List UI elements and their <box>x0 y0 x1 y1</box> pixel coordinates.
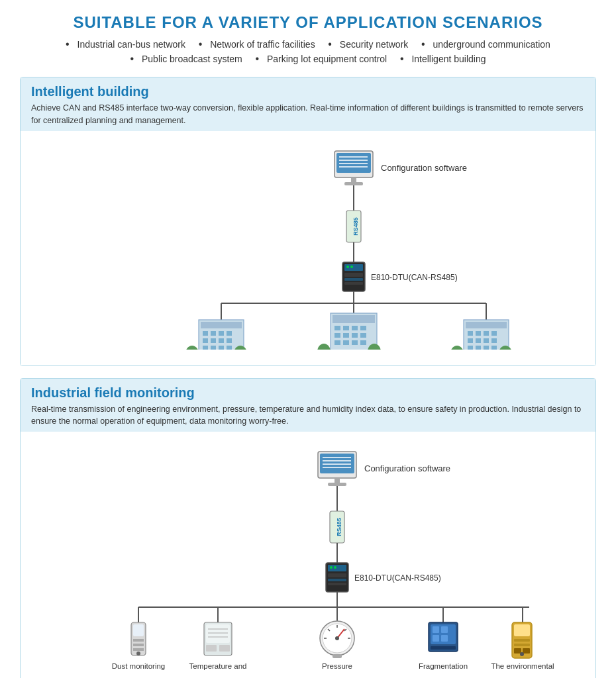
svg-rect-91 <box>328 579 346 581</box>
main-title: SUITABLE FOR A VARIETY OF APPLICATION SC… <box>20 13 596 32</box>
svg-point-37 <box>185 346 199 350</box>
svg-rect-65 <box>468 338 473 343</box>
svg-rect-33 <box>203 346 208 350</box>
device-label-dust: Dust monitoring <box>112 662 166 670</box>
svg-rect-70 <box>476 346 481 350</box>
svg-rect-83 <box>334 478 340 483</box>
svg-rect-106 <box>133 648 144 651</box>
svg-rect-133 <box>514 624 530 636</box>
svg-rect-48 <box>343 333 349 338</box>
svg-rect-30 <box>211 338 216 343</box>
svg-rect-14 <box>344 278 363 281</box>
im-diagram-svg: Configuration software RS485 E810-DTU(CA… <box>60 445 556 670</box>
svg-rect-51 <box>334 340 340 345</box>
svg-rect-35 <box>219 346 224 350</box>
config-label-1: Configuration software <box>381 163 467 173</box>
svg-rect-60 <box>466 322 507 328</box>
svg-rect-26 <box>211 331 216 336</box>
svg-rect-67 <box>484 338 489 343</box>
industrial-monitoring-header: Industrial field monitoring Real-time tr… <box>21 379 595 432</box>
config-label-2: Configuration software <box>364 463 450 473</box>
svg-rect-24 <box>201 322 242 328</box>
industrial-monitoring-card: Industrial field monitoring Real-time tr… <box>20 378 596 679</box>
device-label-frag: Fragmentation <box>419 662 468 670</box>
bullet-2: Network of traffic facilities <box>210 39 315 50</box>
svg-rect-64 <box>491 331 497 336</box>
intelligent-building-desc: Achieve CAN and RS485 interface two-way … <box>31 102 585 127</box>
svg-rect-25 <box>203 331 208 336</box>
svg-point-123 <box>335 636 339 640</box>
svg-rect-49 <box>352 333 358 338</box>
svg-rect-47 <box>334 333 340 338</box>
bullets-line2: • Public broadcast system • Parking lot … <box>20 53 596 65</box>
svg-rect-31 <box>219 338 224 343</box>
svg-point-55 <box>317 344 331 350</box>
svg-point-138 <box>520 652 524 656</box>
bullets-line1: • Industrial can-bus network • Network o… <box>20 38 596 50</box>
svg-rect-66 <box>476 338 481 343</box>
bullet-5: Public broadcast system <box>142 54 242 64</box>
svg-rect-32 <box>227 338 232 343</box>
svg-rect-131 <box>431 646 456 650</box>
industrial-monitoring-desc: Real-time transmission of engineering en… <box>31 403 585 428</box>
industrial-monitoring-title: Industrial field monitoring <box>31 385 585 401</box>
svg-rect-15 <box>344 282 363 285</box>
svg-rect-135 <box>514 644 530 646</box>
svg-point-107 <box>136 652 140 655</box>
svg-point-17 <box>350 266 353 268</box>
device-label-temp: Temperature and <box>189 662 247 670</box>
intelligent-building-header: Intelligent building Achieve CAN and RS4… <box>21 77 595 131</box>
svg-rect-28 <box>227 331 232 336</box>
svg-rect-7 <box>344 182 363 185</box>
svg-rect-69 <box>468 346 473 350</box>
bullet-6: Parking lot equipment control <box>267 54 387 64</box>
rs485-label-2: RS485 <box>336 518 342 536</box>
svg-rect-105 <box>133 644 144 646</box>
device-label-env: The environmental <box>491 662 554 670</box>
svg-rect-84 <box>328 483 346 486</box>
svg-rect-54 <box>360 340 366 345</box>
svg-rect-114 <box>219 645 230 652</box>
svg-rect-29 <box>203 338 208 343</box>
bullet-1: Industrial can-bus network <box>77 39 185 50</box>
page-wrapper: SUITABLE FOR A VARIETY OF APPLICATION SC… <box>0 0 616 678</box>
svg-rect-127 <box>433 626 439 633</box>
industrial-monitoring-diagram: Configuration software RS485 E810-DTU(CA… <box>21 432 595 678</box>
rs485-label-1: RS485 <box>352 217 359 236</box>
svg-rect-103 <box>133 624 144 636</box>
svg-point-93 <box>330 566 333 569</box>
svg-rect-128 <box>441 626 448 633</box>
svg-rect-43 <box>334 326 340 330</box>
svg-rect-46 <box>360 326 366 330</box>
bullet-4: underground communication <box>433 39 550 50</box>
svg-rect-68 <box>491 338 497 343</box>
intelligent-building-card: Intelligent building Achieve CAN and RS4… <box>20 77 596 366</box>
svg-rect-78 <box>320 454 354 473</box>
svg-rect-137 <box>523 648 530 654</box>
svg-rect-63 <box>484 331 489 336</box>
dtu-label-1: E810-DTU(CAN-RS485) <box>371 273 458 282</box>
svg-rect-6 <box>351 177 356 183</box>
intelligent-building-title: Intelligent building <box>31 84 585 99</box>
svg-rect-130 <box>441 635 448 642</box>
svg-rect-45 <box>352 326 358 330</box>
svg-rect-1 <box>336 153 371 173</box>
svg-rect-109 <box>206 624 230 643</box>
bullet-7: Intelligent building <box>411 54 486 64</box>
device-label-pressure: Pressure <box>322 662 352 670</box>
svg-rect-53 <box>352 340 358 345</box>
svg-rect-124 <box>333 654 342 658</box>
svg-rect-36 <box>227 346 232 350</box>
svg-point-73 <box>450 346 464 350</box>
svg-point-94 <box>334 566 336 569</box>
svg-rect-136 <box>514 648 521 654</box>
svg-rect-13 <box>344 273 363 277</box>
svg-rect-92 <box>328 583 346 585</box>
svg-rect-134 <box>514 639 530 642</box>
svg-rect-27 <box>219 331 224 336</box>
svg-rect-72 <box>491 346 497 350</box>
svg-rect-50 <box>360 333 366 338</box>
dtu-label-2: E810-DTU(CAN-RS485) <box>354 573 441 583</box>
svg-rect-104 <box>133 639 144 642</box>
svg-rect-52 <box>343 340 349 345</box>
